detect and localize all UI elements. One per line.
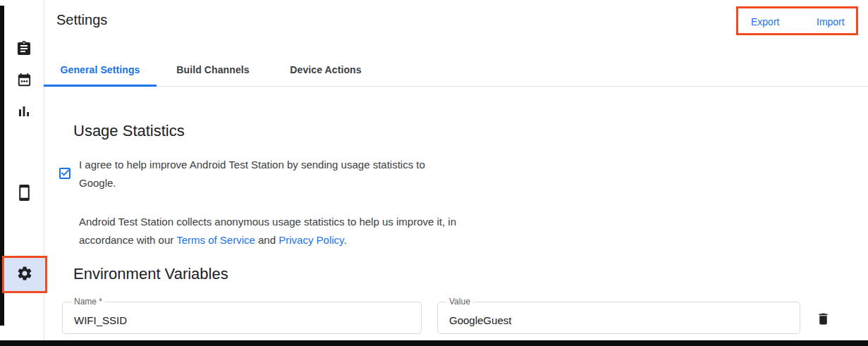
privacy-policy-link[interactable]: Privacy Policy <box>279 234 343 246</box>
page-title: Settings <box>56 11 107 28</box>
env-var-value-field: Value <box>437 302 800 334</box>
tab-general-settings[interactable]: General Settings <box>44 53 157 86</box>
bar-chart-icon <box>16 103 32 120</box>
smartphone-icon <box>16 184 33 202</box>
sidebar-item-schedule[interactable] <box>15 70 33 89</box>
tab-bar: General Settings Build Channels Device A… <box>44 53 868 87</box>
calendar-icon <box>16 72 32 88</box>
env-var-name-field: Name * <box>62 302 422 334</box>
usage-statistics-checkbox-label[interactable]: I agree to help improve Android Test Sta… <box>79 156 488 192</box>
description-text: and <box>255 234 279 246</box>
sidebar-item-devices[interactable] <box>15 183 33 202</box>
description-text: . <box>343 234 346 246</box>
tab-label: Device Actions <box>290 64 361 75</box>
delete-env-var-button[interactable] <box>810 309 836 331</box>
import-button[interactable]: Import <box>817 16 845 28</box>
environment-variables-heading: Environment Variables <box>73 264 228 284</box>
export-button[interactable]: Export <box>751 16 779 28</box>
tab-device-actions[interactable]: Device Actions <box>269 53 382 86</box>
usage-statistics-checkbox[interactable] <box>59 168 71 179</box>
terms-of-service-link[interactable]: Terms of Service <box>176 234 255 246</box>
sidebar-item-test-plans[interactable] <box>15 39 33 58</box>
checkmark-icon <box>61 167 70 180</box>
tab-label: General Settings <box>61 64 140 75</box>
tab-build-channels[interactable]: Build Channels <box>157 53 269 86</box>
tab-label: Build Channels <box>176 64 249 75</box>
sidebar-item-settings-highlight[interactable] <box>2 256 47 293</box>
trash-icon <box>816 311 831 328</box>
sidebar-item-reports[interactable] <box>15 102 33 121</box>
usage-statistics-description: Android Test Station collects anonymous … <box>79 194 530 249</box>
assignment-icon <box>16 40 32 57</box>
gear-icon <box>16 265 33 285</box>
active-tab-underline <box>44 85 157 87</box>
value-input[interactable] <box>438 302 800 333</box>
screenshot-frame-bottom <box>0 340 868 346</box>
name-input[interactable] <box>63 302 421 333</box>
usage-statistics-heading: Usage Statistics <box>73 121 185 141</box>
